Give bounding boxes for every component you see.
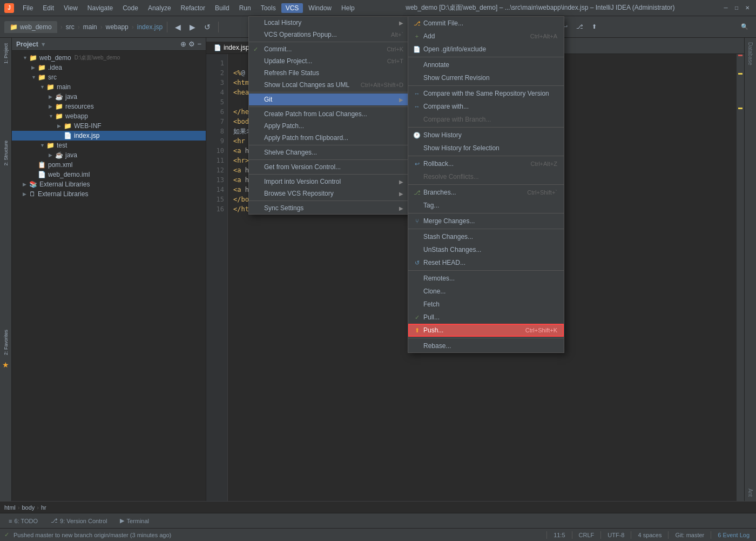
git-show-current-revision[interactable]: Show Current Revision: [408, 71, 564, 84]
favorites-tab[interactable]: 2: Favorites: [2, 326, 10, 358]
vcs-menu-show-local-changes-uml[interactable]: Show Local Changes as UML Ctrl+Alt+Shift…: [249, 79, 410, 91]
breadcrumb-body[interactable]: body: [22, 504, 35, 511]
menu-help[interactable]: Help: [337, 3, 359, 13]
tree-item-web-demo[interactable]: ▼ 📁 web_demo D:\桌面\web_demo: [12, 53, 206, 63]
vcs-menu-get-vcs[interactable]: Get from Version Control...: [249, 161, 410, 173]
status-line-ending[interactable]: CRLF: [577, 532, 597, 538]
vcs-menu-create-patch[interactable]: Create Patch from Local Changes...: [249, 108, 410, 120]
vcs-menu-apply-patch[interactable]: Apply Patch...: [249, 120, 410, 132]
tree-item-resources[interactable]: ▶ 📁 resources: [12, 102, 206, 111]
menu-run[interactable]: Run: [235, 3, 255, 13]
tab-version-control[interactable]: ⎇ 9: Version Control: [46, 516, 111, 525]
breadcrumb-hr[interactable]: hr: [41, 504, 46, 511]
tree-item-pomxml[interactable]: 📋 pom.xml: [12, 160, 206, 170]
menu-view[interactable]: View: [59, 3, 82, 13]
favorites-star-icon[interactable]: ★: [2, 360, 9, 369]
git-compare-with[interactable]: ↔ Compare with...: [408, 100, 564, 113]
git-merge-changes[interactable]: ⑂ Merge Changes...: [408, 215, 564, 228]
git-fetch[interactable]: Fetch: [408, 298, 564, 311]
project-tab[interactable]: 1: Project: [2, 40, 10, 67]
vcs-menu-operations-popup[interactable]: VCS Operations Popup... Alt+`: [249, 29, 410, 41]
forward-button[interactable]: ▶: [186, 21, 199, 33]
menu-refactor[interactable]: Refactor: [177, 3, 210, 13]
tree-item-idea[interactable]: ▶ 📁 .idea: [12, 63, 206, 72]
minimize-button[interactable]: ─: [721, 4, 730, 12]
vcs-dropdown-menu: Local History ▶ VCS Operations Popup... …: [248, 16, 410, 215]
git-tag[interactable]: Tag...: [408, 199, 564, 212]
search-everywhere-button[interactable]: 🔍: [738, 22, 752, 32]
git-clone[interactable]: Clone...: [408, 285, 564, 298]
git-show-history[interactable]: 🕐 Show History: [408, 129, 564, 142]
status-event-log[interactable]: 6 Event Log: [716, 532, 752, 538]
git-branches[interactable]: ⎇ Branches... Ctrl+Shift+`: [408, 186, 564, 199]
tree-item-webinf[interactable]: ▶ 📁 WEB-INF: [12, 121, 206, 131]
git-show-history-selection[interactable]: Show History for Selection: [408, 142, 564, 155]
breadcrumb-html[interactable]: html: [4, 504, 16, 511]
git-pull[interactable]: ✓ Pull...: [408, 311, 564, 324]
git-commit-file[interactable]: ⎇ Commit File...: [408, 17, 564, 30]
window-controls: ─ □ ✕: [721, 4, 752, 12]
refresh-button[interactable]: ↺: [201, 21, 214, 33]
menu-navigate[interactable]: Navigate: [83, 3, 117, 13]
vcs-menu-sync-settings[interactable]: Sync Settings ▶: [249, 202, 410, 214]
clone-icon: [413, 287, 421, 296]
vcs-menu-browse-vcs[interactable]: Browse VCS Repository ▶: [249, 188, 410, 199]
menu-vcs[interactable]: VCS: [281, 3, 303, 13]
project-scope-button[interactable]: ⊕: [180, 40, 186, 48]
tree-item-scratches[interactable]: ▶ 🗒 External Libraries: [12, 189, 206, 199]
menu-window[interactable]: Window: [304, 3, 336, 13]
tab-todo[interactable]: ≡ 6: TODO: [4, 517, 42, 525]
git-remotes[interactable]: Remotes...: [408, 272, 564, 285]
vcs-menu-git[interactable]: Git ▶: [249, 93, 410, 105]
git-push-button[interactable]: ⬆: [589, 22, 600, 32]
menu-tools[interactable]: Tools: [256, 3, 280, 13]
status-git[interactable]: Git: master: [673, 532, 706, 538]
tab-terminal[interactable]: ▶ Terminal: [116, 516, 153, 525]
git-branches-button[interactable]: ⎇: [573, 22, 586, 32]
status-indent[interactable]: 4 spaces: [636, 532, 664, 538]
database-panel-button[interactable]: Database: [746, 38, 755, 70]
back-button[interactable]: ◀: [172, 21, 184, 33]
close-button[interactable]: ✕: [743, 4, 752, 12]
vcs-menu-shelve[interactable]: Shelve Changes...: [249, 146, 410, 158]
menu-file[interactable]: File: [18, 3, 37, 13]
tree-label-web-demo: web_demo: [39, 54, 71, 62]
ant-panel-button[interactable]: Ant: [746, 484, 755, 501]
tree-item-webapp[interactable]: ▼ 📁 webapp: [12, 111, 206, 121]
tree-item-java-test[interactable]: ▶ ☕ java: [12, 150, 206, 160]
tree-item-indexjsp[interactable]: 📄 index.jsp: [12, 131, 206, 141]
vcs-menu-import-vcs[interactable]: Import into Version Control ▶: [249, 176, 410, 188]
git-unstash-changes[interactable]: UnStash Changes...: [408, 243, 564, 256]
git-open-gitinfo[interactable]: 📄 Open .git/info/exclude: [408, 43, 564, 56]
maximize-button[interactable]: □: [732, 4, 741, 12]
tree-item-test[interactable]: ▼ 📁 test: [12, 141, 206, 150]
git-annotate[interactable]: Annotate: [408, 58, 564, 71]
project-collapse-button[interactable]: −: [197, 40, 201, 48]
status-position[interactable]: 11:5: [551, 532, 567, 538]
git-rollback[interactable]: ↩ Rollback... Ctrl+Alt+Z: [408, 157, 564, 170]
menu-code[interactable]: Code: [118, 3, 143, 13]
tree-item-java-main[interactable]: ▶ ☕ java: [12, 92, 206, 102]
git-push[interactable]: ⬆ Push... Ctrl+Shift+K: [408, 324, 564, 337]
vcs-menu-local-history[interactable]: Local History ▶: [249, 17, 410, 29]
tree-item-ext-libs[interactable]: ▶ 📚 External Libraries: [12, 179, 206, 189]
tree-item-main[interactable]: ▼ 📁 main: [12, 82, 206, 92]
status-encoding[interactable]: UTF-8: [605, 532, 626, 538]
git-stash-changes[interactable]: Stash Changes...: [408, 230, 564, 243]
git-add[interactable]: + Add Ctrl+Alt+A: [408, 30, 564, 43]
project-settings-button[interactable]: ⚙: [188, 40, 195, 48]
structure-tab[interactable]: 2: Structure: [2, 137, 10, 169]
tree-item-webdemo-iml[interactable]: 📄 web_demo.iml: [12, 170, 206, 179]
tree-label-webinf: WEB-INF: [74, 122, 102, 130]
vcs-menu-refresh-status[interactable]: Refresh File Status: [249, 67, 410, 79]
git-compare-same-repo[interactable]: ↔ Compare with the Same Repository Versi…: [408, 87, 564, 100]
vcs-menu-commit[interactable]: ✓ Commit... Ctrl+K: [249, 43, 410, 55]
menu-analyze[interactable]: Analyze: [144, 3, 176, 13]
vcs-menu-apply-patch-clipboard[interactable]: Apply Patch from Clipboard...: [249, 132, 410, 144]
vcs-menu-update[interactable]: Update Project... Ctrl+T: [249, 55, 410, 67]
git-reset-head[interactable]: ↺ Reset HEAD...: [408, 256, 564, 269]
git-rebase[interactable]: Rebase...: [408, 339, 564, 352]
menu-edit[interactable]: Edit: [38, 3, 58, 13]
menu-build[interactable]: Build: [211, 3, 234, 13]
tree-item-src[interactable]: ▼ 📁 src: [12, 72, 206, 82]
